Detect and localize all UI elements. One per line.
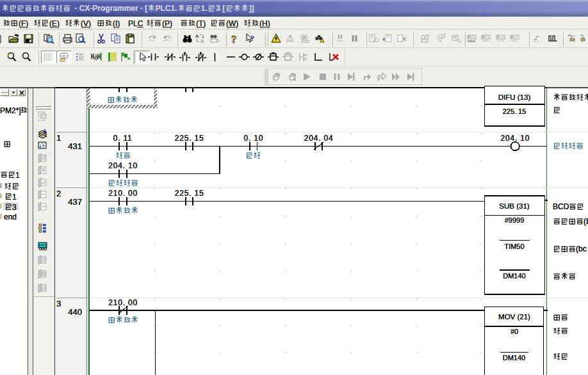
- svg-text:w: w: [61, 54, 65, 58]
- svg-text:?: ?: [250, 34, 254, 43]
- svg-text:(B: (B: [584, 217, 588, 226]
- svg-text:A: A: [195, 33, 199, 39]
- svg-text:B: B: [200, 38, 204, 44]
- svg-text:?: ?: [231, 33, 237, 44]
- svg-text:(bc: (bc: [576, 244, 587, 253]
- svg-text:BCD: BCD: [553, 202, 569, 211]
